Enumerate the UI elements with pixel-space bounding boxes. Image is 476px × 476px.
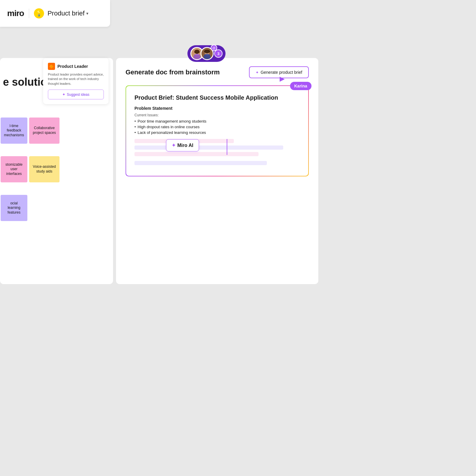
topbar: miro 💡 Product brief ▾ — [0, 0, 110, 27]
doc-section-title: Problem Statement — [134, 106, 300, 111]
doc-bullet-2: High dropout rates in online courses — [134, 125, 300, 129]
ai-lines-extra — [134, 161, 300, 165]
product-brief-title: Product brief — [48, 10, 85, 17]
ai-line-3 — [134, 152, 259, 156]
document-frame: Product Brief: Student Success Mobile Ap… — [126, 85, 309, 176]
ai-line-2 — [134, 145, 283, 150]
doc-title: Product Brief: Student Success Mobile Ap… — [134, 94, 300, 101]
doc-current-issues-label: Current Issues: — [134, 113, 300, 117]
avatar-count-badge: 3 — [214, 49, 223, 58]
miro-ai-tooltip: ✦ Miro AI — [166, 139, 199, 151]
topbar-title[interactable]: Product brief ▾ — [48, 10, 89, 17]
svg-point-3 — [194, 50, 200, 54]
karina-label: Karina — [294, 84, 307, 88]
sparkle-icon: ✦ — [62, 92, 65, 97]
product-leader-icon: 🔶 — [48, 63, 55, 70]
sticky-voice-study: Voice-assistedstudy aids — [29, 156, 60, 182]
lightbulb-icon: 💡 — [34, 8, 44, 18]
sticky-collaborative-spaces: Collaborativeproject spaces — [29, 118, 60, 144]
gen-btn-label: Generate product brief — [261, 70, 302, 75]
product-leader-header: 🔶 Product Leader — [48, 63, 104, 70]
suggest-btn-label: Suggest ideas — [67, 93, 89, 97]
generate-product-brief-button[interactable]: ✦ Generate product brief — [249, 66, 309, 78]
document-inner: Product Brief: Student Success Mobile Ap… — [126, 86, 308, 176]
sparkle-gen-icon: ✦ — [256, 70, 259, 75]
chevron-down-icon: ▾ — [86, 11, 88, 16]
panel-title: Generate doc from brainstorm — [126, 68, 220, 76]
product-leader-desc: Product leader provides expert advice, t… — [48, 72, 104, 86]
product-leader-title: Product Leader — [57, 64, 88, 69]
ai-cursor-line — [227, 139, 227, 155]
product-leader-card: 🔶 Product Leader Product leader provides… — [43, 58, 109, 104]
sticky-customizable-ui: stomizable userinterfaces — [1, 156, 27, 182]
miro-logo: miro — [7, 9, 24, 18]
avatar-speech-bubble: @ 3 — [187, 45, 226, 62]
svg-point-7 — [204, 50, 210, 53]
doc-bullet-3: Lack of personalized learning resources — [134, 130, 300, 135]
topbar-divider — [29, 9, 29, 18]
sticky-realtime-feedback: l-time feedbackmechanisms — [1, 118, 27, 144]
miro-ai-sparkle-icon: ✦ — [172, 143, 176, 148]
ai-line-4 — [134, 161, 267, 165]
suggest-ideas-button[interactable]: ✦ Suggest ideas — [48, 90, 104, 99]
right-panel: Generate doc from brainstorm ✦ Generate … — [116, 58, 318, 284]
ai-generation-area — [134, 139, 300, 159]
avatars-wrapper: @ — [190, 47, 214, 60]
miro-ai-label: Miro AI — [177, 143, 193, 148]
collaborator-avatars[interactable]: @ 3 — [187, 45, 226, 62]
sticky-social-learning: ocial learningfeatures — [1, 195, 27, 221]
cursor-arrow: ▶ — [280, 75, 285, 83]
doc-bullet-1: Poor time management among students — [134, 119, 300, 123]
karina-bubble: Karina — [290, 82, 311, 90]
